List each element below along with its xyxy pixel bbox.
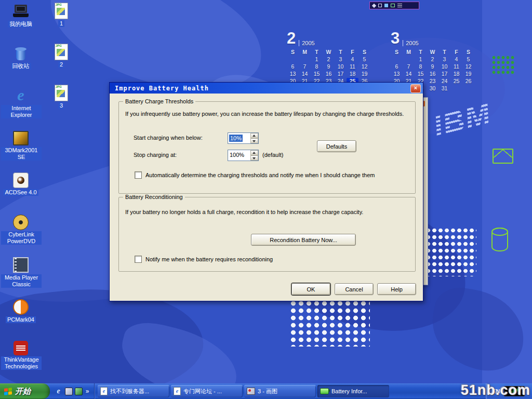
calendar-day: 8 [415,63,427,71]
capture-tool-icon-5[interactable] [397,4,402,8]
spin-down-icon[interactable] [250,138,258,143]
desktop-icon-mpc-7[interactable]: Media Player Classic [1,256,41,288]
calendar-day: 7 [299,63,311,71]
calendar-day: 11 [450,63,462,71]
start-threshold-value: 10% [229,135,243,142]
internet-explorer-quick-icon[interactable]: e [54,387,63,396]
group2-description: If your battery no longer holds a full c… [125,209,411,215]
task-label: 3 - 画图 [258,388,277,395]
calendar-day: 13 [391,71,403,78]
auto-determine-checkbox[interactable] [135,171,142,179]
auto-determine-label: Automatically determine the charging thr… [145,172,375,178]
capture-tool-icon-3[interactable] [384,4,388,7]
pcmark-icon [13,299,29,315]
auto-determine-checkbox-row: Automatically determine the charging thr… [135,171,375,179]
desktop-icon-pdvd-6[interactable]: CyberLink PowerDVD [1,214,41,245]
desktop-icon-jpgdoc-3[interactable]: 3 [42,84,81,109]
calendar-month: 2 [287,31,296,46]
calendar-day: 6 [287,63,299,71]
calendar-day: 15 [415,71,427,78]
calendar-day: 12 [358,63,370,71]
notify-reconditioning-checkbox-row: Notify me when the battery requires reco… [135,256,273,263]
desktop: IBM 22005SMTWTFS123456789101112131415161… [0,0,532,399]
calendar-day: 4 [450,56,462,63]
calendar-day: 25 [450,78,462,85]
taskbar-task-2[interactable]: 专门网论坛 - ... [171,385,243,397]
help-button[interactable]: Help [377,283,416,295]
desktop-icon-label: PCMark04 [6,316,36,323]
calendar-header: 22005 [287,30,370,46]
spin-down-icon[interactable] [250,155,258,161]
desktop-icon-acdsee-5[interactable]: ACDSee 4.0 [1,171,41,196]
calendar-weekday: W [427,49,438,56]
start-threshold-spinner[interactable]: 10% [228,132,259,144]
dialog-title: Improve Battery Health [115,85,209,92]
desktop-icon-recycle-2[interactable]: 回收站 [1,45,41,70]
desktop-icon-mark3d-4[interactable]: 3DMark2001 SE [1,129,41,161]
notify-reconditioning-checkbox[interactable] [135,256,142,263]
calendar-weekday: T [438,49,450,56]
calendar-day: 17 [335,71,347,78]
calendar-weekday: S [287,49,299,56]
iepage-icon [174,387,181,395]
battery-charge-thresholds-group: Battery Charge Thresholds If you infrequ… [118,101,416,194]
recycle-icon [12,45,29,62]
quick-launch-icon-3[interactable] [75,388,83,395]
calendar-header: 32005 [391,30,474,46]
desktop-icon-tvt-9[interactable]: ThinkVantage Technologies [1,340,41,370]
start-button[interactable]: 开始 [0,383,50,399]
battery-icon [320,388,329,394]
capture-tool-icon-2[interactable] [378,4,382,7]
taskbar-task-4[interactable]: Battery Infor... [317,385,389,397]
start-charging-label: Start charging when below: [134,135,203,141]
calendar-weekday: T [415,49,427,56]
taskbar: 开始 e » 找不到服务器...专门网论坛 - ...3 - 画图Battery… [0,383,532,399]
dialog-titlebar[interactable]: Improve Battery Health × [110,83,423,94]
defaults-button[interactable]: Defaults [317,140,356,152]
taskbar-task-3[interactable]: 3 - 画图 [244,385,316,397]
desktop-icon-label: 3 [58,102,64,109]
calendar-weekday: M [299,49,311,56]
capture-tool-icon-1[interactable] [372,3,376,7]
calendar-weekday: S [462,49,474,56]
calendar-day: 9 [427,63,438,71]
desktop-icon-mycomputer-1[interactable]: 我的电脑 [1,3,41,28]
quick-launch-icon-2[interactable] [65,388,73,395]
recondition-battery-button[interactable]: Recondition Battery Now... [251,234,356,246]
capture-toolbar [369,2,419,9]
desktop-icon-pcmark-8[interactable]: PCMark04 [1,298,41,323]
spin-up-icon[interactable] [250,133,258,138]
ok-button[interactable]: OK [291,283,330,295]
calendar-day: 2 [323,56,335,63]
default-note: (default) [262,152,283,158]
desktop-icon-jpgdoc-2[interactable]: 2 [42,43,81,68]
calendar-weekday: T [335,49,347,56]
stop-threshold-spinner[interactable]: 100% [228,150,259,161]
desktop-icon-label: Media Player Classic [1,274,42,288]
calendar-day: 5 [358,56,370,63]
keypad-dots-pattern [491,55,514,75]
taskbar-task-1[interactable]: 找不到服务器... [98,385,169,397]
calendar-day [403,56,415,63]
calendar-year: 2005 [403,40,418,46]
cylinder-icon [491,228,508,251]
cancel-button[interactable]: Cancel [335,283,374,295]
capture-tool-icon-4[interactable] [391,4,395,7]
jpgdoc-icon [55,44,68,60]
desktop-icon-ie-3[interactable]: Internet Explorer [1,87,41,118]
close-icon[interactable]: × [410,84,421,93]
desktop-icon-jpgdoc-1[interactable]: 1 [42,2,81,27]
paint-icon [247,388,255,395]
desktop-icon-label: 我的电脑 [8,21,34,28]
calendar-day [299,56,311,63]
dot-grid-pattern [289,300,370,347]
desktop-icon-label: 2 [58,61,64,68]
calendar-day: 3 [335,56,347,63]
windows-logo-icon [4,388,12,395]
mycomputer-icon [12,3,29,20]
quick-launch-overflow-chevron[interactable]: » [85,387,90,396]
spin-up-icon[interactable] [250,150,258,155]
calendar-day: 31 [438,85,450,92]
notify-reconditioning-label: Notify me when the battery requires reco… [145,256,273,262]
calendar-day: 18 [347,71,358,78]
